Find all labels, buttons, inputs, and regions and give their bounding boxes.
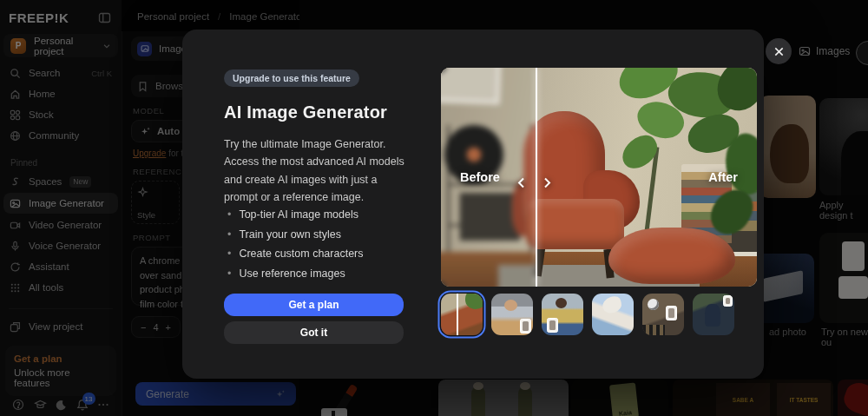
app-window: FREEP!K P Personal project Search Ctrl K… — [0, 0, 868, 416]
upgrade-modal: Upgrade to use this feature AI Image Gen… — [182, 30, 764, 379]
upgrade-badge: Upgrade to use this feature — [224, 69, 359, 87]
feature-item: Top-tier AI image models — [227, 208, 364, 221]
got-it-button[interactable]: Got it — [224, 321, 404, 344]
close-icon — [773, 46, 785, 57]
thumbnail-man-cooking[interactable] — [491, 294, 533, 335]
after-label: After — [708, 170, 738, 184]
ottoman — [608, 228, 735, 285]
feature-list: Top-tier AI image models Train your own … — [227, 208, 364, 287]
modal-title: AI Image Generator — [224, 102, 387, 122]
thumbnail-armchair[interactable] — [441, 294, 483, 335]
armchair-seat — [526, 199, 624, 249]
reference-chip — [520, 319, 531, 333]
reference-chip — [666, 306, 677, 320]
reference-chip — [723, 295, 733, 307]
modal-description: Try the ultimate Image Generator. Access… — [224, 135, 410, 206]
feature-item: Create custom characters — [227, 248, 364, 260]
before-after-viewer: Before After — [441, 68, 757, 287]
thumbnail-man-soccer-ball[interactable] — [642, 294, 684, 335]
before-label: Before — [460, 170, 500, 184]
thumbnail-woman-on-train[interactable] — [542, 294, 583, 335]
thumbnail-man-sitting[interactable] — [693, 294, 734, 335]
feature-item: Use reference images — [227, 267, 364, 280]
thumbnail-portrait-blue[interactable] — [592, 294, 634, 335]
reference-chip — [547, 318, 558, 333]
close-button[interactable] — [766, 38, 792, 64]
get-a-plan-button[interactable]: Get a plan — [224, 294, 404, 316]
feature-item: Train your own styles — [227, 228, 364, 241]
comparison-divider[interactable] — [536, 68, 537, 287]
example-thumbnails — [441, 294, 734, 335]
